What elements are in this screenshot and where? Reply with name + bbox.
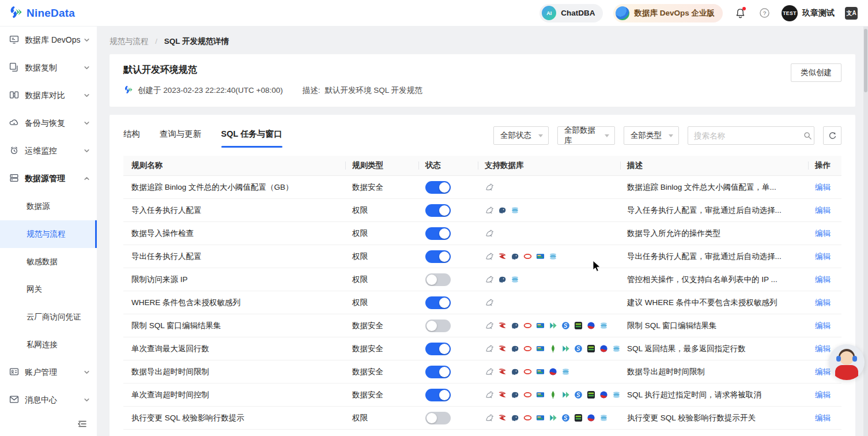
sidebar-item-message[interactable]: 消息中心 — [0, 386, 97, 414]
status-toggle[interactable] — [425, 204, 451, 217]
status-toggle[interactable] — [425, 343, 451, 355]
notification-bell-icon[interactable] — [733, 6, 747, 20]
tidb-icon — [548, 321, 557, 330]
status-toggle[interactable] — [425, 227, 451, 240]
tab-结构[interactable]: 结构 — [123, 129, 140, 148]
selectdb-icon — [573, 344, 583, 354]
sidebar-item-replication[interactable]: 数据复制 — [0, 54, 97, 82]
sidebar-item-devops[interactable]: 数据库 DevOps — [0, 27, 97, 54]
toggle-knob — [439, 182, 450, 193]
status-toggle[interactable] — [425, 389, 451, 401]
supported-databases — [478, 206, 620, 215]
description-label: 描述: — [303, 85, 320, 96]
chevron-down-icon — [605, 134, 609, 137]
sidebar-subitem[interactable]: 私网连接 — [0, 331, 97, 359]
rules-card: 结构查询与更新SQL 任务与窗口 全部状态 全部数据库 全部类型 — [110, 115, 855, 436]
mysql-icon — [485, 229, 494, 238]
svg-text:?: ? — [763, 10, 766, 16]
sidebar-item-label: 数据库对比 — [25, 91, 84, 101]
supported-databases — [478, 367, 620, 377]
tab-查询与更新[interactable]: 查询与更新 — [160, 129, 202, 148]
sidebar-item-compare[interactable]: 数据库对比 — [0, 82, 97, 110]
sidebar-item-backup[interactable]: 备份与恢复 — [0, 110, 97, 137]
polardb-icon — [599, 390, 608, 400]
chevron-down-icon — [84, 396, 90, 405]
sidebar-subitem[interactable]: 网关 — [0, 276, 97, 303]
status-toggle[interactable] — [425, 366, 451, 378]
rule-type: 权限 — [345, 275, 418, 285]
search-input[interactable] — [688, 127, 802, 144]
database-filter-dropdown[interactable]: 全部数据库 — [557, 126, 615, 145]
edit-link[interactable]: 编辑 — [815, 182, 831, 193]
search-icon[interactable] — [802, 127, 814, 144]
mysql-icon — [485, 367, 494, 377]
sidebar-item-datasource[interactable]: 数据源管理 — [0, 165, 97, 193]
clickhouse-icon — [573, 321, 583, 330]
table-row: 数据追踪 Binlog 文件总的大小阈值配置（GB）数据安全数据追踪 Binlo… — [123, 176, 841, 199]
sidebar-item-label: 账户管理 — [25, 367, 84, 378]
scrollbar-track[interactable] — [863, 27, 868, 436]
edit-link[interactable]: 编辑 — [815, 251, 831, 262]
edit-link[interactable]: 编辑 — [815, 367, 831, 377]
status-toggle[interactable] — [425, 320, 451, 332]
sidebar-item-label: 运维监控 — [25, 146, 84, 156]
toggle-knob — [427, 275, 437, 285]
breadcrumb-parent[interactable]: 规范与流程 — [110, 37, 149, 46]
support-chat-widget[interactable] — [829, 344, 865, 380]
tab-SQL 任务与窗口[interactable]: SQL 任务与窗口 — [221, 129, 282, 148]
toggle-knob — [439, 344, 450, 354]
edit-link[interactable]: 编辑 — [815, 228, 831, 239]
status-toggle[interactable] — [425, 412, 451, 424]
status-toggle[interactable] — [425, 181, 451, 194]
sidebar-item-account[interactable]: 账户管理 — [0, 359, 97, 386]
selectdb-icon — [561, 414, 570, 423]
user-menu[interactable]: TEST 玖章测试 — [782, 5, 835, 21]
gaussdb-icon — [535, 390, 545, 400]
help-icon[interactable]: ? — [757, 6, 771, 20]
sidebar-subitem[interactable]: 规范与流程 — [0, 220, 97, 248]
postgresql-icon — [497, 275, 507, 284]
oceanbase-icon — [510, 206, 519, 215]
edit-link[interactable]: 编辑 — [815, 275, 831, 285]
column-header: 规则类型 — [345, 160, 418, 171]
sidebar-subitem[interactable]: 数据源 — [0, 193, 97, 220]
edit-link[interactable]: 编辑 — [815, 413, 831, 423]
table-row: 单次查询最大返回行数数据安全SQL 返回结果，最多返回指定行数编辑 — [123, 337, 841, 360]
edit-link[interactable]: 编辑 — [815, 298, 831, 308]
sidebar-item-monitor[interactable]: 运维监控 — [0, 137, 97, 165]
edit-link[interactable]: 编辑 — [815, 390, 831, 400]
chatdba-button[interactable]: AI ChatDBA — [539, 4, 603, 22]
scrollbar-thumb[interactable] — [864, 29, 867, 92]
status-filter-dropdown[interactable]: 全部状态 — [493, 126, 549, 145]
table-row: 执行变更 SQL 校验影响行数提示权限执行变更 SQL 校验影响行数提示开关编辑 — [123, 407, 841, 430]
ninedata-logo[interactable]: NineData — [8, 5, 75, 22]
edit-link[interactable]: 编辑 — [815, 205, 831, 216]
edit-link[interactable]: 编辑 — [815, 321, 831, 331]
edition-button[interactable]: 数据库 DevOps 企业版 — [613, 4, 723, 22]
supported-databases — [478, 390, 620, 400]
create-similar-button[interactable]: 类似创建 — [791, 63, 841, 82]
rules-table: 规则名称规则类型状态支持数据库描述操作 数据追踪 Binlog 文件总的大小阈值… — [123, 156, 841, 430]
support-avatar-face — [840, 351, 854, 365]
rule-name: 单次查询最大返回行数 — [123, 344, 345, 354]
postgresql-icon — [510, 321, 519, 330]
toggle-knob — [439, 205, 450, 216]
mysql-icon — [485, 344, 494, 354]
edit-link[interactable]: 编辑 — [815, 344, 831, 354]
sidebar-subitem[interactable]: 云厂商访问凭证 — [0, 303, 97, 331]
rule-name: 数据追踪 Binlog 文件总的大小阈值配置（GB） — [123, 182, 345, 193]
sidebar-collapse-icon[interactable] — [75, 416, 90, 431]
rule-type: 权限 — [345, 413, 418, 423]
user-avatar: TEST — [782, 5, 798, 21]
sidebar-subitem[interactable]: 敏感数据 — [0, 248, 97, 276]
supported-databases — [478, 229, 620, 238]
language-toggle-icon[interactable]: 文A — [845, 7, 858, 20]
status-toggle[interactable] — [425, 296, 451, 309]
type-filter-dropdown[interactable]: 全部类型 — [624, 126, 679, 145]
notification-badge — [742, 7, 746, 10]
rule-description: 执行变更 SQL 校验影响行数提示开关 — [620, 413, 808, 423]
status-toggle[interactable] — [425, 273, 451, 286]
refresh-button[interactable] — [823, 126, 841, 145]
postgresql-icon — [510, 344, 519, 354]
status-toggle[interactable] — [425, 250, 451, 263]
